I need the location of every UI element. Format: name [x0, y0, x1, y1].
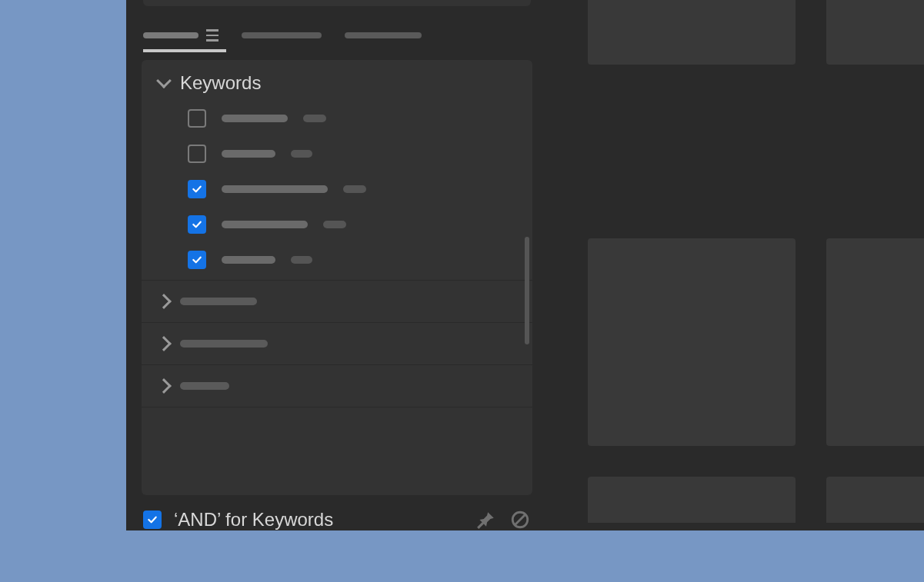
section-label [180, 340, 268, 348]
svg-line-1 [515, 515, 525, 525]
thumbnail[interactable] [588, 477, 796, 523]
keyword-label [222, 150, 275, 158]
chevron-right-icon [156, 336, 172, 351]
keyword-count [303, 115, 326, 122]
footer-row: ‘AND’ for Keywords [142, 495, 532, 530]
collapsed-section-header[interactable] [142, 323, 532, 364]
keyword-count [291, 150, 312, 158]
keywords-header[interactable]: Keywords [142, 60, 532, 106]
keyword-label [222, 115, 288, 122]
section-label [180, 298, 257, 305]
keyword-checkbox[interactable] [188, 251, 206, 269]
check-icon [191, 183, 203, 195]
collapsed-section [142, 365, 532, 407]
thumbnail[interactable] [588, 238, 796, 446]
tab-3-label [345, 32, 422, 38]
check-icon [146, 514, 158, 526]
keyword-count [343, 185, 366, 193]
content-grid-panel [548, 0, 924, 530]
chevron-right-icon [156, 294, 172, 309]
filter-panel: Keywords ‘AND’ for Keywords [126, 0, 548, 530]
keyword-label [222, 185, 328, 193]
keywords-list [142, 106, 532, 280]
collapsed-section [142, 281, 532, 323]
tab-3[interactable] [345, 32, 422, 38]
collapsed-section [142, 323, 532, 365]
collapsed-top-card [143, 0, 531, 6]
keyword-label [222, 256, 275, 264]
keyword-checkbox[interactable] [188, 109, 206, 128]
thumbnail[interactable] [826, 477, 924, 523]
keyword-row [188, 180, 515, 198]
keyword-row [188, 145, 515, 163]
check-icon [191, 254, 203, 266]
chevron-right-icon [156, 378, 172, 394]
app-window: Keywords ‘AND’ for Keywords [126, 0, 924, 530]
keyword-label [222, 221, 308, 228]
keyword-count [323, 221, 346, 228]
collapsed-section-header[interactable] [142, 365, 532, 407]
tab-2[interactable] [242, 32, 322, 38]
keyword-row [188, 109, 515, 128]
section-label [180, 382, 229, 390]
scrollbar-thumb[interactable] [525, 237, 529, 344]
tab-1-label [143, 32, 198, 38]
thumbnail[interactable] [588, 0, 796, 65]
and-label: ‘AND’ for Keywords [174, 509, 463, 530]
and-checkbox[interactable] [143, 510, 162, 529]
check-icon [191, 218, 203, 231]
keyword-checkbox[interactable] [188, 180, 206, 198]
keywords-section: Keywords [142, 60, 532, 281]
thumbnail-grid [588, 0, 924, 523]
keyword-count [291, 256, 312, 264]
tab-1[interactable] [143, 29, 218, 42]
pin-icon[interactable] [475, 509, 497, 530]
keyword-row [188, 251, 515, 269]
keyword-checkbox[interactable] [188, 215, 206, 234]
tab-2-label [242, 32, 322, 38]
list-icon [206, 29, 218, 42]
chevron-down-icon [156, 73, 172, 88]
collapsed-section-header[interactable] [142, 281, 532, 322]
keyword-checkbox[interactable] [188, 145, 206, 163]
keywords-title: Keywords [180, 72, 261, 94]
thumbnail[interactable] [826, 0, 924, 65]
clear-icon[interactable] [509, 509, 531, 530]
thumbnail[interactable] [826, 238, 924, 446]
tabs-row [142, 29, 532, 46]
keyword-row [188, 215, 515, 234]
filter-card: Keywords [142, 60, 532, 496]
